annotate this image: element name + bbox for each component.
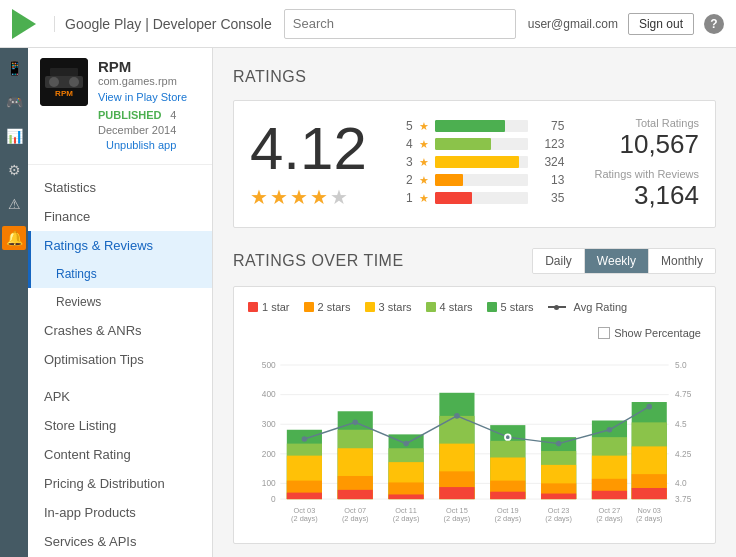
total-label: Total Ratings — [594, 117, 699, 129]
app-name: RPM — [98, 58, 200, 75]
chart-svg: 500 400 300 200 100 0 5.0 4.75 4.5 4.25 … — [248, 349, 701, 529]
svg-text:3.75: 3.75 — [675, 494, 692, 504]
svg-marker-0 — [12, 9, 36, 39]
main-content: RATINGS 4.12 ★ ★ ★ ★ ★ 5 ★ 75 — [213, 48, 736, 557]
sidebar-icon-gamepad[interactable]: 🎮 — [2, 90, 26, 114]
legend-dot-5star — [487, 302, 497, 312]
star-3: ★ — [290, 185, 308, 209]
svg-text:500: 500 — [262, 360, 276, 370]
svg-rect-44 — [439, 487, 474, 499]
bar-row-3: 3 ★ 324 — [397, 155, 565, 169]
svg-text:(2 days): (2 days) — [444, 514, 471, 523]
svg-text:4.5: 4.5 — [675, 419, 687, 429]
star-2: ★ — [270, 185, 288, 209]
bar-bg-4 — [435, 138, 529, 150]
unpublish-link[interactable]: Unpublish app — [106, 139, 176, 151]
svg-text:(2 days): (2 days) — [545, 514, 572, 523]
reviews-label: Ratings with Reviews — [594, 168, 699, 180]
monthly-btn[interactable]: Monthly — [649, 249, 715, 273]
svg-text:100: 100 — [262, 478, 276, 488]
svg-text:(2 days): (2 days) — [596, 514, 623, 523]
legend-3star: 3 stars — [365, 301, 412, 313]
search-input[interactable] — [284, 9, 516, 39]
nav-item-ratings-reviews[interactable]: Ratings & Reviews — [28, 231, 212, 260]
daily-btn[interactable]: Daily — [533, 249, 585, 273]
legend-2star: 2 stars — [304, 301, 351, 313]
svg-point-3 — [49, 77, 59, 87]
weekly-btn[interactable]: Weekly — [585, 249, 649, 273]
time-section-title: RATINGS OVER TIME — [233, 252, 404, 270]
svg-point-72 — [646, 404, 652, 410]
svg-rect-39 — [389, 494, 424, 499]
sign-out-button[interactable]: Sign out — [628, 13, 694, 35]
svg-text:0: 0 — [271, 494, 276, 504]
legend-dot-4star — [426, 302, 436, 312]
nav-item-statistics[interactable]: Statistics — [28, 173, 212, 202]
svg-text:RPM: RPM — [55, 89, 73, 98]
sidebar-icon-speaker[interactable]: 🔔 — [2, 226, 26, 250]
svg-text:300: 300 — [262, 419, 276, 429]
bar-bg-1 — [435, 192, 529, 204]
nav-item-apk[interactable]: APK — [28, 382, 212, 411]
nav-item-optimisation[interactable]: Optimisation Tips — [28, 345, 212, 374]
nav-item-crashes[interactable]: Crashes & ANRs — [28, 316, 212, 345]
chart-card: 1 star 2 stars 3 stars 4 stars 5 stars — [233, 286, 716, 544]
svg-text:(2 days): (2 days) — [342, 514, 369, 523]
svg-point-66 — [352, 420, 358, 426]
svg-text:4.0: 4.0 — [675, 478, 687, 488]
svg-text:4.25: 4.25 — [675, 449, 692, 459]
app-info-header: RPM RPM com.games.rpm View in Play Store… — [28, 58, 212, 165]
svg-text:(2 days): (2 days) — [393, 514, 420, 523]
view-in-store-link[interactable]: View in Play Store — [98, 91, 187, 103]
nav-item-pricing[interactable]: Pricing & Distribution — [28, 469, 212, 498]
ratings-bars: 5 ★ 75 4 ★ 123 3 ★ 324 — [397, 119, 565, 209]
nav-item-finance[interactable]: Finance — [28, 202, 212, 231]
ratings-card: 4.12 ★ ★ ★ ★ ★ 5 ★ 75 4 — [233, 100, 716, 228]
play-logo-icon — [12, 9, 42, 39]
header-title: Google Play | Developer Console — [54, 16, 272, 32]
show-percentage-label: Show Percentage — [614, 327, 701, 339]
legend-4star: 4 stars — [426, 301, 473, 313]
ratings-section-title: RATINGS — [233, 68, 716, 86]
chart-legend: 1 star 2 stars 3 stars 4 stars 5 stars — [248, 301, 701, 339]
sidebar-icon-android[interactable]: 📱 — [2, 56, 26, 80]
app-header: Google Play | Developer Console user@gma… — [0, 0, 736, 48]
nav-item-content-rating[interactable]: Content Rating — [28, 440, 212, 469]
bar-row-2: 2 ★ 13 — [397, 173, 565, 187]
ratings-score-block: 4.12 ★ ★ ★ ★ ★ — [250, 119, 367, 209]
nav-item-store-listing[interactable]: Store Listing — [28, 411, 212, 440]
app-icon: RPM — [40, 58, 88, 106]
app-status: PUBLISHED — [98, 109, 162, 121]
time-section-header: RATINGS OVER TIME Daily Weekly Monthly — [233, 248, 716, 274]
legend-dot-3star — [365, 302, 375, 312]
reviews-value: 3,164 — [594, 180, 699, 211]
bar-fill-1 — [435, 192, 472, 204]
header-right: user@gmail.com Sign out ? — [528, 13, 724, 35]
sidebar-icon-settings[interactable]: ⚙ — [2, 158, 26, 182]
nav-item-ratings[interactable]: Ratings — [28, 260, 212, 288]
show-percentage: Show Percentage — [598, 327, 701, 339]
svg-point-65 — [302, 436, 308, 442]
svg-point-4 — [69, 77, 79, 87]
nav-item-services[interactable]: Services & APIs — [28, 527, 212, 556]
sidebar-icon-database[interactable]: 📊 — [2, 124, 26, 148]
svg-rect-59 — [592, 491, 627, 499]
nav-item-inapp[interactable]: In-app Products — [28, 498, 212, 527]
legend-dot-2star — [304, 302, 314, 312]
help-button[interactable]: ? — [704, 14, 724, 34]
stars-row: ★ ★ ★ ★ ★ — [250, 185, 367, 209]
nav-item-reviews[interactable]: Reviews — [28, 288, 212, 316]
logo: Google Play | Developer Console — [12, 9, 272, 39]
icon-sidebar: 📱 🎮 📊 ⚙ ⚠ 🔔 — [0, 48, 28, 557]
svg-text:400: 400 — [262, 389, 276, 399]
svg-rect-34 — [338, 490, 373, 499]
app-info: RPM com.games.rpm View in Play Store PUB… — [98, 58, 200, 152]
bar-fill-3 — [435, 156, 519, 168]
star-1: ★ — [250, 185, 268, 209]
svg-text:200: 200 — [262, 449, 276, 459]
sidebar-icon-warning[interactable]: ⚠ — [2, 192, 26, 216]
show-percentage-checkbox[interactable] — [598, 327, 610, 339]
svg-rect-5 — [50, 68, 78, 76]
star-5: ★ — [330, 185, 348, 209]
bar-fill-2 — [435, 174, 463, 186]
